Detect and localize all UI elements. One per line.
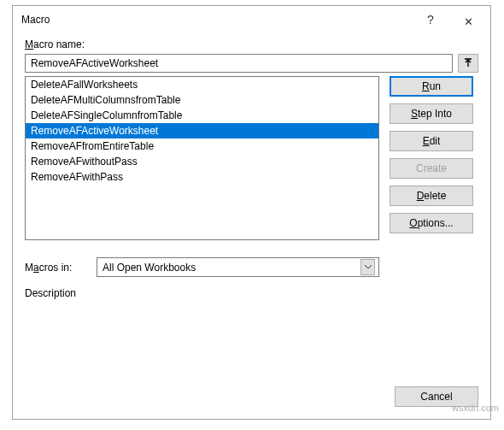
run-button[interactable]: Run bbox=[390, 76, 473, 97]
left-column: DeleteAFallWorksheets DeleteAFMultiColum… bbox=[25, 76, 379, 299]
reference-button[interactable] bbox=[458, 54, 478, 73]
create-button: Create bbox=[390, 158, 473, 179]
macros-in-row: Macros in: All Open Workbooks bbox=[25, 257, 379, 277]
dialog-title: Macro bbox=[21, 14, 412, 26]
question-icon: ? bbox=[427, 13, 434, 27]
titlebar: Macro ? bbox=[13, 6, 490, 33]
combo-dropdown-button[interactable] bbox=[360, 259, 375, 275]
delete-button[interactable]: Delete bbox=[390, 186, 473, 206]
help-button[interactable]: ? bbox=[412, 8, 449, 32]
step-into-button[interactable]: Step Into bbox=[390, 103, 473, 124]
description-label: Description bbox=[25, 287, 379, 299]
close-button[interactable] bbox=[449, 8, 487, 32]
macro-listbox[interactable]: DeleteAFallWorksheets DeleteAFMultiColum… bbox=[25, 76, 379, 240]
list-item[interactable]: DeleteAFMultiColumnsfromTable bbox=[26, 92, 378, 108]
close-icon bbox=[464, 15, 472, 24]
list-item[interactable]: RemoveAFfromEntireTable bbox=[26, 138, 378, 154]
watermark: wsxdn.com bbox=[452, 403, 499, 413]
combo-selected-text: All Open Workbooks bbox=[103, 262, 360, 274]
arrow-up-icon bbox=[463, 58, 473, 68]
list-item[interactable]: RemoveAFActiveWorksheet bbox=[26, 123, 378, 138]
main-content-row: DeleteAFallWorksheets DeleteAFMultiColum… bbox=[25, 76, 478, 299]
list-item[interactable]: DeleteAFallWorksheets bbox=[26, 77, 378, 92]
options-button[interactable]: Options... bbox=[390, 213, 473, 233]
list-item[interactable]: RemoveAFwithPass bbox=[26, 169, 378, 185]
edit-button[interactable]: Edit bbox=[390, 131, 473, 151]
dialog-content: Macro name: DeleteAFallWorksheets Delete… bbox=[13, 33, 490, 419]
chevron-down-icon bbox=[365, 265, 372, 269]
macro-name-label: Macro name: bbox=[25, 38, 478, 50]
right-column: Run Step Into Edit Create Delete Options… bbox=[390, 76, 473, 299]
list-item[interactable]: RemoveAFwithoutPass bbox=[26, 154, 378, 169]
macros-in-label: Macros in: bbox=[25, 262, 86, 274]
name-input-row bbox=[25, 54, 478, 73]
list-item[interactable]: DeleteAFSingleColumnfromTable bbox=[26, 108, 378, 123]
macros-in-combo[interactable]: All Open Workbooks bbox=[97, 257, 379, 277]
macro-dialog: Macro ? Macro name: bbox=[12, 5, 491, 420]
macro-name-input[interactable] bbox=[25, 54, 453, 73]
